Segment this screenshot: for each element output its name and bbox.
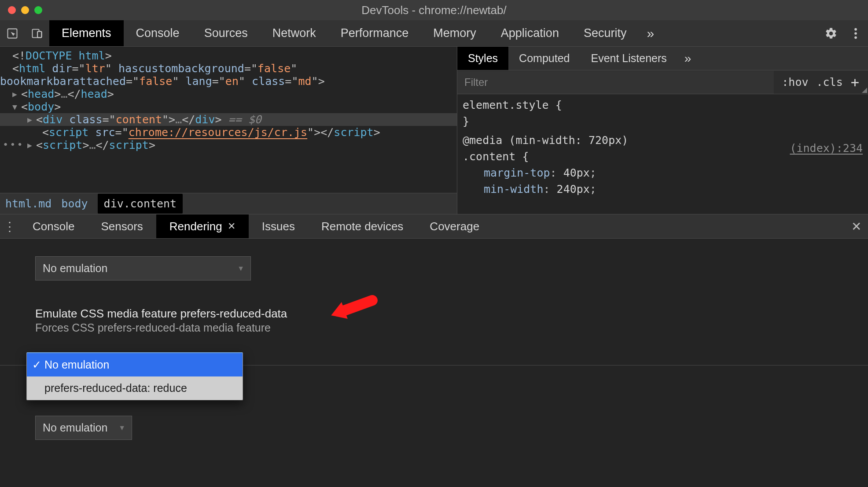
select-emulation-generic-value: No emulation [43,262,107,274]
select-vision-deficiency-value: No emulation [43,421,107,434]
svg-point-6 [854,36,857,39]
dropdown-option-no-emulation[interactable]: ✓ No emulation [27,353,243,376]
kebab-menu-icon[interactable] [843,20,868,46]
dropdown-option-no-emulation-label: No emulation [44,358,109,371]
subtab-event-listeners[interactable]: Event Listeners [580,47,677,70]
tab-security[interactable]: Security [571,20,639,46]
tab-network[interactable]: Network [260,20,328,46]
drawer-kebab-icon[interactable]: ⋮ [0,214,19,238]
svg-point-5 [854,32,857,35]
dropdown-option-prd-reduce-label: prefers-reduced-data: reduce [44,382,187,394]
select-emulation-generic[interactable]: No emulation ▼ [35,256,251,280]
checkmark-icon: ✓ [32,358,41,371]
tab-application[interactable]: Application [489,20,571,46]
close-window-icon[interactable] [8,6,16,14]
css-rules-area[interactable]: element.style { } @media (min-width: 720… [457,94,868,197]
styles-subtab-strip: Styles Computed Event Listeners » [457,47,868,70]
styles-panel: Styles Computed Event Listeners » :hov .… [457,47,868,214]
drawer-tab-issues[interactable]: Issues [249,214,308,238]
minimize-window-icon[interactable] [21,6,29,14]
inspect-element-icon[interactable] [0,20,25,46]
device-toolbar-icon[interactable] [25,20,49,46]
window-title: DevTools - chrome://newtab/ [361,4,506,17]
window-titlebar: DevTools - chrome://newtab/ [0,0,868,20]
drawer-tab-strip: ⋮ Console Sensors Rendering ✕ Issues Rem… [0,214,868,239]
svg-point-4 [854,28,857,30]
resize-corner-icon[interactable] [862,88,867,93]
tab-sources[interactable]: Sources [192,20,260,46]
maximize-window-icon[interactable] [34,6,42,14]
breadcrumb-div-content[interactable]: div.content [98,194,183,214]
tab-elements[interactable]: Elements [49,20,124,46]
section-title-prd: Emulate CSS media feature prefers-reduce… [35,307,868,321]
drawer-close-x-icon[interactable]: ✕ [844,214,868,238]
styles-filter-row: :hov .cls + [457,70,868,94]
tabs-overflow-button[interactable]: » [639,20,662,46]
selected-node-indicator: == $0 [222,113,261,126]
breadcrumb-html[interactable]: html.md [5,197,51,210]
tab-memory[interactable]: Memory [421,20,489,46]
subtab-computed[interactable]: Computed [508,47,580,70]
elements-panel: ••• <!DOCTYPE html> <html dir="ltr" hasc… [0,47,868,214]
dom-tree[interactable]: ••• <!DOCTYPE html> <html dir="ltr" hasc… [0,47,457,214]
toggle-hov[interactable]: :hov [782,76,808,89]
drawer-tab-sensors[interactable]: Sensors [88,214,156,238]
css-source-location-link[interactable]: (index):234 [790,140,863,156]
drawer-tab-console[interactable]: Console [19,214,88,238]
svg-rect-2 [37,31,41,37]
new-style-rule-plus-icon[interactable]: + [851,75,859,89]
close-tab-x-icon[interactable]: ✕ [228,221,235,232]
annotation-arrow-icon [329,284,378,333]
breadcrumb-body[interactable]: body [61,197,88,210]
css-element-style-open: element.style { [463,97,863,113]
rendering-panel: No emulation ▼ Emulate CSS media feature… [0,239,868,440]
settings-gear-icon[interactable] [819,20,843,46]
drawer-tab-coverage[interactable]: Coverage [416,214,493,238]
select-vision-deficiency[interactable]: No emulation ▼ [35,416,132,440]
drawer-tab-rendering-label: Rendering [169,220,222,233]
section-prefers-reduced-data: Emulate CSS media feature prefers-reduce… [35,307,868,334]
traffic-lights [0,6,42,14]
styles-filter-input[interactable] [457,71,774,94]
dom-node-div-content[interactable]: ▶<div class="content">…</div> == $0 [0,113,457,126]
drawer-tab-rendering[interactable]: Rendering ✕ [156,214,249,238]
chevron-down-icon: ▼ [237,265,244,273]
chevron-down-icon: ▼ [118,424,125,432]
dropdown-prefers-reduced-data[interactable]: ✓ No emulation prefers-reduced-data: red… [26,352,243,400]
subtab-styles[interactable]: Styles [457,47,508,70]
tab-console[interactable]: Console [124,20,192,46]
subtabs-overflow-button[interactable]: » [677,47,699,70]
toggle-cls[interactable]: .cls [817,76,843,89]
tab-performance[interactable]: Performance [328,20,421,46]
drawer-tab-remote-devices[interactable]: Remote devices [308,214,416,238]
gutter-ellipsis-icon: ••• [0,139,24,150]
section-desc-prd: Forces CSS prefers-reduced-data media fe… [35,321,868,334]
dom-breadcrumb-bar: html.md body div.content [0,193,457,214]
dropdown-option-prd-reduce[interactable]: prefers-reduced-data: reduce [27,376,243,400]
main-tab-strip: Elements Console Sources Network Perform… [0,20,868,47]
css-close-brace-1: } [463,113,863,129]
